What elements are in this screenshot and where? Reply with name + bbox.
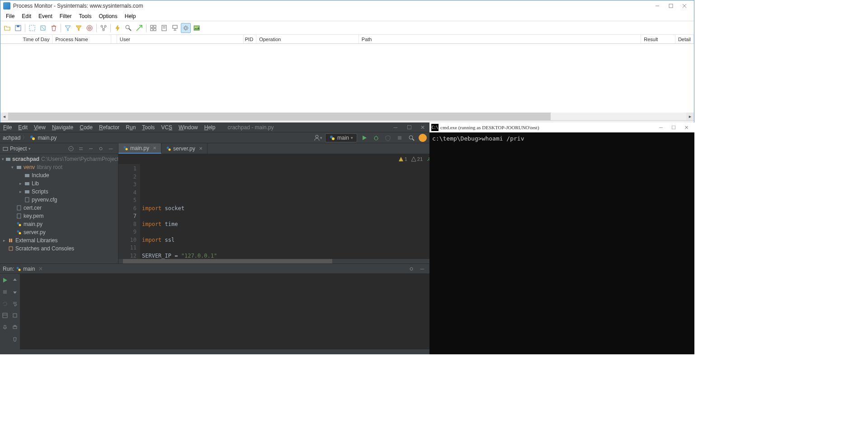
tree-venv[interactable]: ▾ venv library root xyxy=(0,163,118,171)
menu-help[interactable]: Help xyxy=(121,12,140,20)
tree-server[interactable]: server.py xyxy=(0,228,118,236)
maximize-button[interactable] xyxy=(664,1,678,10)
registry-button[interactable] xyxy=(148,23,158,33)
add-user-button[interactable]: ▾ xyxy=(313,133,322,142)
procmon-event-list[interactable] xyxy=(0,44,694,113)
col-path[interactable]: Path xyxy=(359,35,641,43)
col-time[interactable]: Time of Day xyxy=(0,35,52,43)
collapse-button[interactable] xyxy=(86,144,95,153)
tree-root[interactable]: ▾ scrachpad C:\Users\Tomer\PycharmProjec… xyxy=(0,155,118,163)
run-button[interactable] xyxy=(360,133,369,142)
inspection-warnings[interactable]: 1 xyxy=(398,156,407,162)
clear-button[interactable] xyxy=(10,334,19,343)
menu-edit[interactable]: Edit xyxy=(18,12,35,20)
code-text[interactable]: import socket import time import ssl SER… xyxy=(140,164,467,259)
breadcrumb-item[interactable]: achpad xyxy=(3,135,20,141)
minimize-button[interactable] xyxy=(651,1,664,10)
tree-key[interactable]: key.pem xyxy=(0,212,118,220)
menu-run[interactable]: Run xyxy=(123,124,139,131)
run-output[interactable] xyxy=(20,274,429,349)
cmd-terminal[interactable]: c:\temp\Debug>whoami /priv xyxy=(429,132,694,145)
open-button[interactable] xyxy=(2,23,12,33)
tree-include[interactable]: Include xyxy=(0,171,118,179)
tree-pyvenv[interactable]: pyvenv.cfg xyxy=(0,196,118,204)
settings-button[interactable] xyxy=(96,144,105,153)
run-tab-name[interactable]: main xyxy=(23,266,35,272)
stop-button[interactable] xyxy=(395,133,404,142)
rerun-button[interactable] xyxy=(0,276,9,285)
ide-update-button[interactable] xyxy=(419,134,427,142)
scroll-left-button[interactable]: ◄ xyxy=(0,113,8,120)
run-tab-close[interactable]: ✕ xyxy=(38,266,43,272)
search-button[interactable] xyxy=(407,133,416,142)
hide-button[interactable]: ─ xyxy=(106,144,115,153)
stop-button[interactable] xyxy=(0,287,9,296)
tab-close-button[interactable]: ✕ xyxy=(199,146,203,151)
tree-lib[interactable]: ▸ Lib xyxy=(0,179,118,188)
tab-close-button[interactable]: ✕ xyxy=(153,146,156,150)
scroll-right-button[interactable]: ► xyxy=(686,113,694,120)
col-user[interactable]: User xyxy=(117,35,244,43)
menu-options[interactable]: Options xyxy=(95,12,121,20)
inspection-weak[interactable]: 21 xyxy=(411,156,423,162)
tree-main[interactable]: main.py xyxy=(0,220,118,228)
menu-tools[interactable]: Tools xyxy=(75,12,95,20)
col-operation[interactable]: Operation xyxy=(256,35,359,43)
expand-button[interactable] xyxy=(76,144,85,153)
minimize-button[interactable]: ─ xyxy=(389,122,402,132)
print-button[interactable] xyxy=(10,323,19,332)
tab-server[interactable]: server.py ✕ xyxy=(161,143,208,154)
search-button[interactable] xyxy=(123,23,133,33)
col-spacer[interactable] xyxy=(111,35,117,43)
jump-button[interactable] xyxy=(134,23,144,33)
project-title[interactable]: Project ▾ xyxy=(3,146,66,152)
project-tree[interactable]: ▾ scrachpad C:\Users\Tomer\PycharmProjec… xyxy=(0,154,118,263)
filter-button[interactable] xyxy=(63,23,73,33)
menu-file[interactable]: File xyxy=(0,124,15,131)
menu-tools[interactable]: Tools xyxy=(139,124,158,131)
procmon-hscrollbar[interactable]: ◄ ► xyxy=(0,113,694,120)
autoscroll-button[interactable] xyxy=(38,23,48,33)
menu-edit[interactable]: Edit xyxy=(15,124,31,131)
menu-view[interactable]: View xyxy=(31,124,49,131)
include-button[interactable] xyxy=(85,23,94,33)
run-config-selector[interactable]: main ▾ xyxy=(325,133,357,142)
tree-scratches[interactable]: Scratches and Consoles xyxy=(0,245,118,253)
tab-main[interactable]: main.py ✕ xyxy=(118,143,161,154)
col-result[interactable]: Result xyxy=(641,35,675,43)
restart-button[interactable] xyxy=(0,299,9,308)
capture-button[interactable] xyxy=(27,23,37,33)
menu-filter[interactable]: Filter xyxy=(56,12,75,20)
menu-code[interactable]: Code xyxy=(76,124,96,131)
pin-button[interactable] xyxy=(0,323,9,332)
menu-window[interactable]: Window xyxy=(175,124,201,131)
debug-button[interactable] xyxy=(372,133,381,142)
menu-help[interactable]: Help xyxy=(201,124,219,131)
find-button[interactable] xyxy=(113,23,123,33)
tree-external[interactable]: ▸ External Libraries xyxy=(0,236,118,245)
breadcrumb-item[interactable]: main.py xyxy=(38,135,57,141)
save-button[interactable] xyxy=(13,23,23,33)
menu-event[interactable]: Event xyxy=(35,12,56,20)
close-button[interactable]: ✕ xyxy=(416,122,429,132)
menu-file[interactable]: File xyxy=(2,12,18,20)
profiling-button[interactable] xyxy=(192,23,202,33)
close-button[interactable] xyxy=(678,1,691,10)
run-settings-button[interactable] xyxy=(407,264,416,273)
highlight-button[interactable] xyxy=(74,23,84,33)
scroll-thumb[interactable] xyxy=(123,259,332,263)
run-hide-button[interactable]: ─ xyxy=(418,264,427,273)
scroll-button[interactable] xyxy=(10,311,19,320)
softwrap-button[interactable] xyxy=(10,299,19,308)
down-button[interactable] xyxy=(10,287,19,296)
menu-vcs[interactable]: VCS xyxy=(158,124,175,131)
maximize-button[interactable]: ☐ xyxy=(402,122,416,132)
col-detail[interactable]: Detail xyxy=(675,35,694,43)
layout-button[interactable] xyxy=(0,311,9,320)
tree-scripts[interactable]: ▸ Scripts xyxy=(0,188,118,196)
process-button[interactable] xyxy=(181,23,191,33)
clear-button[interactable] xyxy=(49,23,59,33)
code-editor[interactable]: 12345678910111213 import socket import t… xyxy=(118,164,467,259)
coverage-button[interactable] xyxy=(383,133,392,142)
select-opened-button[interactable] xyxy=(66,144,75,153)
